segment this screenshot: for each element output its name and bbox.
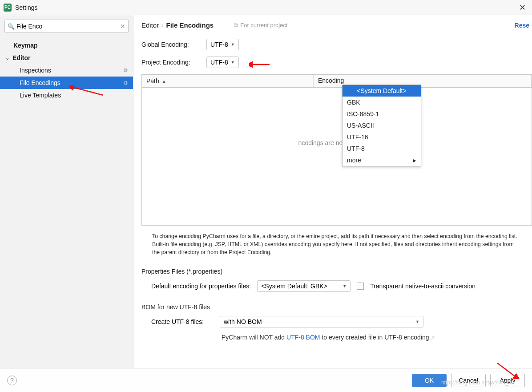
project-encoding-select[interactable]: UTF-8 ▼ <box>206 57 239 68</box>
properties-encoding-label: Default encoding for properties files: <box>151 283 251 290</box>
properties-section-title: Properties Files (*.properties) <box>141 268 532 275</box>
annotation-arrow <box>495 361 520 379</box>
titlebar: PC Settings ✕ <box>0 0 532 15</box>
sort-asc-icon: ▲ <box>162 79 166 84</box>
create-utf8-select[interactable]: with NO BOM ▼ <box>220 316 423 327</box>
search-input-wrap[interactable]: 🔍 ✕ <box>4 20 129 33</box>
dropdown-option[interactable]: ISO-8859-1 <box>343 108 421 120</box>
copy-icon: ⧉ <box>124 67 128 73</box>
hint-text: To change encoding PyCharm uses for a fi… <box>152 233 520 256</box>
settings-tree: Keymap ⌄ Editor Inspections ⧉ File Encod… <box>0 37 133 103</box>
sidebar-item-label: Live Templates <box>20 92 61 99</box>
dropdown-option[interactable]: US-ASCII <box>343 120 421 131</box>
encoding-table: Path ▲ Encoding ncodings are not configu… <box>141 74 532 226</box>
clear-search-icon[interactable]: ✕ <box>120 23 125 30</box>
dropdown-option[interactable]: UTF-8 <box>343 143 421 154</box>
transparent-ascii-checkbox[interactable] <box>357 283 364 290</box>
scope-label: ⧉ For current project <box>234 22 287 29</box>
search-input[interactable] <box>16 23 120 30</box>
annotation-arrow <box>249 61 270 69</box>
search-icon: 🔍 <box>8 23 15 30</box>
annotation-arrow <box>69 85 105 97</box>
breadcrumb-root: Editor <box>141 21 159 29</box>
window-title: Settings <box>15 4 38 11</box>
sidebar-item-keymap[interactable]: Keymap <box>0 39 133 52</box>
create-utf8-label: Create UTF-8 files: <box>151 318 214 325</box>
chevron-down-icon: ▼ <box>231 42 235 47</box>
svg-line-1 <box>73 87 103 95</box>
reset-link[interactable]: Rese <box>515 22 529 29</box>
sidebar-item-label: Editor <box>12 54 30 61</box>
properties-encoding-select[interactable]: <System Default: GBK> ▼ <box>257 280 351 292</box>
dropdown-option[interactable]: GBK <box>343 97 421 108</box>
copy-icon: ⧉ <box>234 22 238 29</box>
dropdown-option[interactable]: UTF-16 <box>343 131 421 143</box>
bom-section-title: BOM for new UTF-8 files <box>141 303 532 311</box>
svg-line-2 <box>497 363 515 376</box>
utf8-bom-link[interactable]: UTF-8 BOM <box>286 334 320 341</box>
chevron-down-icon: ▼ <box>343 284 347 288</box>
breadcrumb-leaf: File Encodings <box>166 21 214 29</box>
chevron-down-icon: ▼ <box>231 60 235 65</box>
global-encoding-label: Global Encoding: <box>141 41 206 48</box>
bom-description: PyCharm will NOT add UTF-8 BOM to every … <box>222 334 532 341</box>
chevron-down-icon: ⌄ <box>5 55 12 61</box>
close-icon[interactable]: ✕ <box>516 2 528 13</box>
external-link-icon: ↗ <box>431 335 435 340</box>
watermark: https://blog.csdn.net/weixin_46 <box>441 380 514 386</box>
content: Editor › File Encodings ⧉ For current pr… <box>133 15 532 368</box>
sidebar: 🔍 ✕ Keymap ⌄ Editor Inspections ⧉ File E… <box>0 15 133 368</box>
breadcrumb: Editor › File Encodings ⧉ For current pr… <box>141 21 532 29</box>
project-encoding-label: Project Encoding: <box>141 59 206 66</box>
sidebar-item-editor[interactable]: ⌄ Editor <box>0 52 133 64</box>
col-path[interactable]: Path ▲ <box>142 75 314 87</box>
copy-icon: ⧉ <box>124 80 128 86</box>
sidebar-item-file-encodings[interactable]: File Encodings ⧉ <box>0 77 133 89</box>
global-encoding-select[interactable]: UTF-8 ▼ <box>206 39 239 50</box>
dropdown-option-more[interactable]: more ▶ <box>343 154 421 166</box>
chevron-right-icon: ▶ <box>413 158 416 163</box>
dropdown-option[interactable]: <System Default> <box>343 85 421 97</box>
encoding-dropdown: <System Default> GBK ISO-8859-1 US-ASCII… <box>342 85 421 166</box>
help-button[interactable]: ? <box>7 376 17 385</box>
sidebar-item-live-templates[interactable]: Live Templates <box>0 89 133 101</box>
chevron-right-icon: › <box>161 22 163 28</box>
transparent-ascii-label: Transparent native-to-ascii conversion <box>370 283 476 290</box>
app-icon: PC <box>4 4 12 12</box>
sidebar-item-label: File Encodings <box>20 79 60 86</box>
chevron-down-icon: ▼ <box>415 319 419 324</box>
sidebar-item-label: Inspections <box>20 67 51 74</box>
sidebar-item-inspections[interactable]: Inspections ⧉ <box>0 64 133 77</box>
sidebar-item-label: Keymap <box>13 42 37 49</box>
